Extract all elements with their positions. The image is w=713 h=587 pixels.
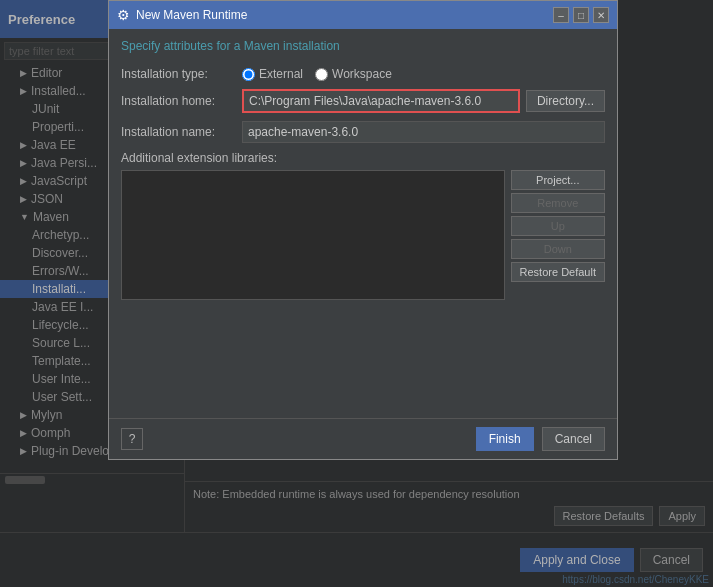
installation-type-label: Installation type: xyxy=(121,67,236,81)
installation-home-row: Installation home: Directory... xyxy=(121,89,605,113)
down-button[interactable]: Down xyxy=(511,239,605,259)
close-button[interactable]: ✕ xyxy=(593,7,609,23)
dialog-titlebar: ⚙ New Maven Runtime – □ ✕ xyxy=(109,1,617,29)
dialog-body: Specify attributes for a Maven installat… xyxy=(109,29,617,418)
new-maven-runtime-dialog: ⚙ New Maven Runtime – □ ✕ Specify attrib… xyxy=(108,0,618,460)
installation-name-input[interactable] xyxy=(242,121,605,143)
up-button[interactable]: Up xyxy=(511,216,605,236)
ext-remove-button[interactable]: Remove xyxy=(511,193,605,213)
minimize-button[interactable]: – xyxy=(553,7,569,23)
installation-name-label: Installation name: xyxy=(121,125,236,139)
extension-area: Project... Remove Up Down Restore Defaul… xyxy=(121,170,605,306)
gear-icon: ⚙ xyxy=(117,7,130,23)
dialog-footer: ? Finish Cancel xyxy=(109,418,617,459)
dialog-subtitle: Specify attributes for a Maven installat… xyxy=(121,39,605,53)
installation-home-label: Installation home: xyxy=(121,94,236,108)
installation-name-row: Installation name: xyxy=(121,121,605,143)
maximize-button[interactable]: □ xyxy=(573,7,589,23)
radio-workspace[interactable]: Workspace xyxy=(315,67,392,81)
installation-type-row: Installation type: External Workspace xyxy=(121,67,605,81)
dialog-footer-left: ? xyxy=(121,428,143,450)
radio-external[interactable]: External xyxy=(242,67,303,81)
installation-home-input[interactable] xyxy=(242,89,520,113)
dialog-title-left: ⚙ New Maven Runtime xyxy=(117,7,247,23)
help-button[interactable]: ? xyxy=(121,428,143,450)
extension-list xyxy=(121,170,505,300)
additional-label: Additional extension libraries: xyxy=(121,151,605,165)
dialog-controls: – □ ✕ xyxy=(553,7,609,23)
radio-group: External Workspace xyxy=(242,67,392,81)
project-button[interactable]: Project... xyxy=(511,170,605,190)
directory-button[interactable]: Directory... xyxy=(526,90,605,112)
finish-button[interactable]: Finish xyxy=(476,427,534,451)
ext-buttons: Project... Remove Up Down Restore Defaul… xyxy=(511,170,605,306)
dialog-title-text: New Maven Runtime xyxy=(136,8,247,22)
dialog-footer-right: Finish Cancel xyxy=(476,427,605,451)
eclipse-window: Preference ▶ Editor ▶ Installed... JUnit… xyxy=(0,0,713,587)
dialog-cancel-button[interactable]: Cancel xyxy=(542,427,605,451)
restore-default-button[interactable]: Restore Default xyxy=(511,262,605,282)
